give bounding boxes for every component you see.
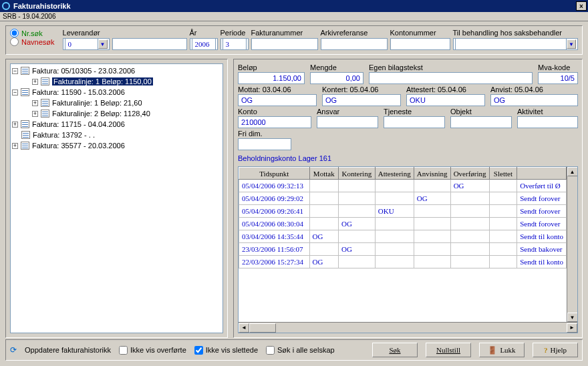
fakturanummer-input[interactable] [251,38,318,50]
tree-node[interactable]: Faktura: 05/10305 - 23.03.2006 [32,67,135,75]
table-row[interactable]: 05/04/2006 09:26:41OKUSendt forover [239,205,567,218]
ar-label: År [190,29,218,37]
document-icon [41,99,49,107]
table-cell: OKU [375,205,414,218]
chk-slettede[interactable]: Ikke vis slettede [194,346,258,355]
table-cell: Sendt forover [517,205,567,218]
scroll-right-icon[interactable]: ► [567,323,577,333]
radio-nrsok[interactable]: Nr.søk [10,29,55,37]
objekt-label: Objekt [450,108,512,116]
table-cell: OG [338,243,375,256]
hjelp-button[interactable]: ?Hjelp [533,343,578,357]
behandling-combo[interactable]: ▼ [453,38,578,50]
chk-overforte[interactable]: Ikke vis overførte [119,346,186,355]
mengde-label: Mengde [310,63,363,71]
tree-node[interactable]: Fakturalinje: 1 Beløp: 21,60 [52,99,142,107]
expand-icon[interactable]: + [32,100,38,106]
table-cell [414,230,450,243]
table-cell [450,256,489,268]
chk-alleselskap[interactable]: Søk i alle selskap [266,346,335,355]
lukk-button[interactable]: 🚪Lukk [479,343,525,357]
vertical-scrollbar[interactable]: ▲ ▼ [567,167,577,322]
kontonummer-input[interactable] [390,38,450,50]
table-cell: Sendt bakover [517,243,567,256]
tree-node[interactable]: Fakturalinje: 2 Beløp: 1128,40 [52,110,150,118]
periode-combo[interactable]: 3 [220,38,249,50]
table-header[interactable]: Slettet [489,168,517,180]
tree-node[interactable]: Faktura: 13792 - . . [33,131,95,139]
detail-panel: Beløp1.150,00 Mengde0,00 Egen bilagsteks… [233,59,583,338]
table-header[interactable]: Kontering [338,168,375,180]
table-cell: OG [414,192,450,205]
table-cell [375,256,414,268]
table-header[interactable]: Attestering [375,168,414,180]
scroll-thumb[interactable] [249,323,276,333]
table-cell: 23/03/2006 11:56:07 [239,243,310,256]
table-cell [375,192,414,205]
table-cell [489,180,517,192]
radio-nrsok-label: Nr.søk [21,29,43,37]
fridim-label: Fri dim. [238,130,291,138]
document-icon [21,142,29,150]
table-cell [375,243,414,256]
leverandor-text[interactable] [112,38,187,50]
table-header[interactable]: Tidspunkt [239,168,310,180]
table-cell [414,256,450,268]
help-icon: ? [544,346,548,354]
scroll-down-icon[interactable]: ▼ [567,313,578,322]
document-icon [21,120,29,128]
document-icon [21,131,30,139]
close-button[interactable]: × [576,1,587,11]
table-row[interactable]: 22/03/2006 15:27:34OGSendt til konto [239,256,567,268]
attestert-label: Attestert: 05.04.06 [406,85,485,94]
collapse-icon[interactable]: − [12,68,18,74]
window-title: Fakturahistorikk [13,2,71,10]
table-header[interactable]: Mottak [309,168,338,180]
scroll-up-icon[interactable]: ▲ [567,167,578,176]
tree-panel: −Faktura: 05/10305 - 23.03.2006 +Faktura… [5,59,228,338]
beholdning-link[interactable]: Beholdningskonto Lager 161 [238,154,578,162]
table-cell [375,230,414,243]
invoice-tree[interactable]: −Faktura: 05/10305 - 23.03.2006 +Faktura… [10,63,223,333]
expand-icon[interactable]: + [12,143,18,149]
app-icon [1,1,11,11]
table-cell [338,180,375,192]
door-icon: 🚪 [488,346,497,355]
arkivreferanse-input[interactable] [321,38,388,50]
fakturanummer-label: Fakturanummer [251,29,318,37]
table-cell: 05/04/2006 08:30:04 [239,218,310,230]
tree-node[interactable]: Faktura: 11590 - 15.03.2006 [32,88,125,96]
table-row[interactable]: 23/03/2006 11:56:07OGSendt bakover [239,243,567,256]
horizontal-scrollbar[interactable]: ◄ ► [239,322,577,333]
table-cell [338,230,375,243]
expand-icon[interactable]: + [32,79,38,85]
refresh-link[interactable]: Oppdatere fakturahistorikk [25,346,111,354]
leverandor-combo[interactable]: 0 ▼ [63,38,110,50]
table-cell [489,218,517,230]
table-header[interactable]: Overføring [450,168,489,180]
ar-combo[interactable]: 2006 [190,38,218,50]
tree-node[interactable]: Faktura: 11715 - 04.04.2006 [32,120,125,128]
radio-navnesok[interactable]: Navnesøk [10,37,55,46]
table-row[interactable]: 05/04/2006 08:30:04OGSendt forover [239,218,567,230]
table-cell [414,243,450,256]
expand-icon[interactable]: + [32,111,38,117]
table-header[interactable] [517,168,567,180]
table-row[interactable]: 03/04/2006 14:35:44OGSendt til konto [239,230,567,243]
collapse-icon[interactable]: − [12,89,18,96]
expand-icon[interactable]: + [12,122,18,128]
tree-node[interactable]: Faktura: 35577 - 20.03.2006 [32,142,125,150]
table-cell: Overført til Ø [517,180,567,192]
nullstill-button[interactable]: Nullstill [426,343,471,357]
tree-node-selected[interactable]: Fakturalinje: 1 Beløp: 1150,00 [52,77,153,85]
titlebar: Fakturahistorikk × [0,0,588,12]
scroll-left-icon[interactable]: ◄ [239,323,249,333]
objekt-value [450,116,512,128]
sok-button[interactable]: Søk [372,343,418,357]
document-icon [21,88,29,96]
anvist-label: Anvist: 05.04.06 [490,85,578,94]
refresh-icon: ⟳ [10,345,17,355]
table-header[interactable]: Anvisning [414,168,450,180]
table-row[interactable]: 05/04/2006 09:32:13OGOverført til Ø [239,180,567,192]
table-row[interactable]: 05/04/2006 09:29:02OGSendt forover [239,192,567,205]
